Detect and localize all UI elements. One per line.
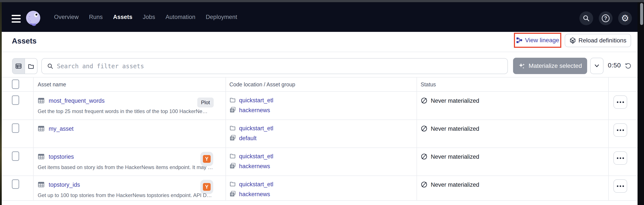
- code-location-link[interactable]: quickstart_etl: [239, 97, 273, 104]
- table-row: my_asset quickstart_etl default Never ma…: [2, 120, 638, 148]
- asset-name-link[interactable]: topstory_ids: [49, 182, 80, 188]
- nav-deployment[interactable]: Deployment: [206, 14, 237, 20]
- row-checkbox[interactable]: [12, 124, 19, 133]
- asset-name-link[interactable]: topstories: [49, 154, 74, 160]
- asset-group-link[interactable]: default: [239, 135, 256, 142]
- select-all-checkbox[interactable]: [12, 80, 19, 89]
- divider: [2, 52, 638, 52]
- code-location-link[interactable]: quickstart_etl: [239, 125, 273, 132]
- asset-table-icon: [38, 153, 44, 160]
- dagster-logo-icon[interactable]: [24, 10, 42, 28]
- asset-name-link[interactable]: my_asset: [49, 126, 74, 132]
- compute-kind-tag[interactable]: Plot: [197, 98, 214, 108]
- menu-icon[interactable]: [12, 15, 21, 22]
- help-icon[interactable]: ?: [599, 12, 612, 25]
- view-lineage-label: View lineage: [525, 37, 559, 44]
- view-lineage-button[interactable]: View lineage: [514, 33, 561, 48]
- column-header-code-location: Code location / Asset group: [230, 82, 295, 88]
- asset-name-link[interactable]: most_frequent_words: [49, 98, 105, 104]
- sparkles-icon: [518, 62, 526, 70]
- row-menu-button[interactable]: [614, 152, 627, 165]
- nav-automation[interactable]: Automation: [166, 14, 196, 20]
- reload-cube-icon: [570, 37, 576, 44]
- table-row: most_frequent_words Plot Get the top 25 …: [2, 92, 638, 120]
- nav-overview[interactable]: Overview: [54, 14, 78, 20]
- row-checkbox[interactable]: [12, 152, 19, 161]
- folder-icon: [230, 125, 236, 131]
- divider: [2, 77, 638, 78]
- asset-description: Get items based on story ids from the Ha…: [38, 164, 213, 170]
- never-materialized-icon: [421, 125, 428, 132]
- gear-icon[interactable]: ⚙: [618, 12, 632, 25]
- hackernews-kind-icon: Y: [203, 155, 211, 163]
- never-materialized-icon: [421, 181, 428, 188]
- folder-icon: [230, 181, 236, 187]
- asset-group-link[interactable]: hackernews: [239, 191, 270, 198]
- table-view-toggle[interactable]: [12, 58, 24, 74]
- folder-icon: [230, 153, 236, 159]
- asset-description: Get the top 25 most frequent words in th…: [38, 108, 208, 114]
- row-checkbox[interactable]: [12, 96, 19, 105]
- nav-jobs[interactable]: Jobs: [143, 14, 155, 20]
- asset-group-link[interactable]: hackernews: [239, 107, 270, 114]
- status-text: Never materialized: [431, 126, 479, 132]
- desktop-edge: [0, 2, 2, 205]
- chevron-down-icon: [594, 64, 600, 68]
- page-title: Assets: [12, 36, 36, 45]
- folder-view-toggle[interactable]: [24, 58, 37, 74]
- asset-group-icon: [230, 162, 236, 169]
- search-input[interactable]: [57, 63, 502, 70]
- refresh-countdown: 0:50: [608, 62, 621, 69]
- asset-description: Get up to 100 top stories from the Hacke…: [38, 192, 212, 198]
- nav-runs[interactable]: Runs: [89, 14, 103, 20]
- folder-icon: [230, 97, 236, 103]
- kind-badge[interactable]: Y: [200, 180, 213, 194]
- row-menu-button[interactable]: [614, 96, 627, 109]
- never-materialized-icon: [421, 97, 428, 104]
- row-checkbox[interactable]: [12, 180, 19, 189]
- materialize-selected-label: Materialize selected: [528, 62, 582, 69]
- asset-table-icon: [38, 97, 44, 104]
- status-text: Never materialized: [431, 98, 479, 104]
- reload-definitions-button[interactable]: Reload definitions: [565, 34, 631, 47]
- materialize-options-button[interactable]: [590, 58, 604, 74]
- divider: [2, 200, 638, 201]
- never-materialized-icon: [421, 153, 428, 160]
- asset-table-icon: [38, 125, 44, 132]
- lineage-icon: [516, 37, 522, 44]
- status-text: Never materialized: [431, 182, 479, 188]
- desktop-top-strip: [0, 0, 644, 2]
- table-row: topstory_ids Y Get up to 100 top stories…: [2, 176, 638, 200]
- materialize-selected-button[interactable]: Materialize selected: [513, 58, 587, 74]
- table-row: topstories Y Get items based on story id…: [2, 148, 638, 176]
- nav-utility-icons: ? ⚙: [580, 12, 632, 25]
- asset-table-icon: [38, 181, 44, 188]
- asset-group-icon: [230, 106, 236, 113]
- scrollbar-track[interactable]: [638, 2, 644, 205]
- search-icon[interactable]: [580, 12, 593, 25]
- folder-view-icon: [28, 63, 34, 69]
- status-text: Never materialized: [431, 154, 479, 160]
- column-header-asset-name: Asset name: [38, 82, 66, 88]
- asset-group-icon: [230, 190, 236, 197]
- code-location-link[interactable]: quickstart_etl: [239, 153, 273, 160]
- refresh-icon[interactable]: [624, 62, 632, 70]
- asset-search: [41, 58, 508, 74]
- search-small-icon: [47, 63, 54, 69]
- view-toggle-group: [12, 58, 38, 74]
- asset-group-link[interactable]: hackernews: [239, 163, 270, 170]
- row-menu-button[interactable]: [614, 124, 627, 137]
- row-menu-button[interactable]: [614, 180, 627, 193]
- hackernews-kind-icon: Y: [203, 183, 211, 191]
- code-location-link[interactable]: quickstart_etl: [239, 181, 273, 188]
- top-navbar: Overview Runs Assets Jobs Automation Dep…: [2, 2, 638, 32]
- scrollbar-thumb[interactable]: [640, 3, 643, 25]
- primary-nav: Overview Runs Assets Jobs Automation Dep…: [54, 2, 237, 32]
- asset-group-icon: [230, 134, 236, 141]
- column-header-status: Status: [421, 82, 436, 88]
- nav-assets[interactable]: Assets: [113, 14, 132, 20]
- reload-definitions-label: Reload definitions: [578, 37, 626, 44]
- kind-badge[interactable]: Y: [200, 152, 213, 166]
- table-view-icon: [15, 63, 22, 69]
